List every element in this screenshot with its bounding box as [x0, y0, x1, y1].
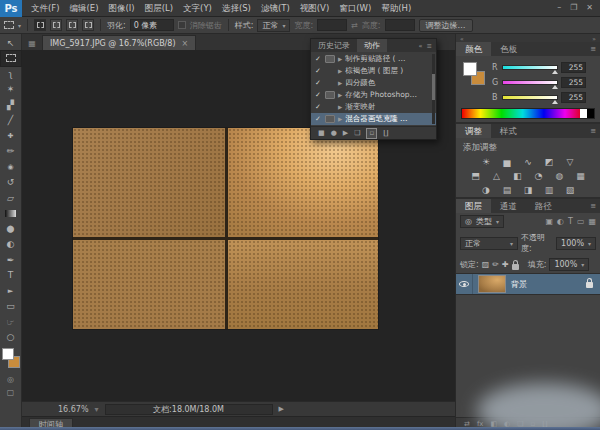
refine-edge-button[interactable]: 调整边缘… [419, 19, 473, 32]
expand-action-icon[interactable]: ▶ [338, 68, 342, 74]
spectrum-white-swatch[interactable] [580, 109, 587, 118]
antialias-checkbox[interactable] [178, 21, 186, 29]
curves-adjustment-icon[interactable]: ∿ [522, 157, 535, 167]
color-lookup-adjustment-icon[interactable]: ▦ [574, 171, 587, 181]
red-channel-slider[interactable] [502, 65, 558, 70]
menu-item-file[interactable]: 文件(F) [26, 0, 65, 16]
quick-selection-tool[interactable]: ✶ [1, 82, 21, 98]
style-select[interactable]: 正常▾ [257, 19, 290, 32]
filter-smart-objects-icon[interactable]: ▦ [588, 217, 596, 226]
layer-thumbnail[interactable] [478, 275, 506, 293]
menu-item-layer[interactable]: 图层(L) [140, 0, 178, 16]
menu-item-type[interactable]: 文字(Y) [178, 0, 217, 16]
status-menu-arrow-icon[interactable]: ▶ [279, 405, 284, 413]
lock-transparency-icon[interactable]: ▨ [482, 260, 490, 269]
dialog-toggle-icon[interactable] [325, 91, 335, 99]
black-white-adjustment-icon[interactable]: ◧ [511, 171, 524, 181]
action-row-selected[interactable]: ✓ ▶ 混合器画笔克隆 … [311, 113, 436, 125]
foreground-color-swatch[interactable] [2, 348, 14, 360]
filter-adjustment-layers-icon[interactable]: ◐ [557, 217, 564, 226]
action-check-icon[interactable]: ✓ [315, 115, 322, 123]
menu-item-select[interactable]: 选择(S) [217, 0, 256, 16]
link-dimensions-icon[interactable]: ⇄ [351, 21, 358, 30]
tool-preset-marquee-icon[interactable] [4, 21, 14, 29]
actions-collapse-icon[interactable]: « [419, 42, 423, 50]
delete-action-icon[interactable]: ∐ [383, 129, 388, 137]
action-row[interactable]: ✓ ▶ 制作剪贴路径 ( … [311, 53, 436, 65]
opacity-select[interactable]: 100% ▾ [556, 237, 596, 250]
hand-tool[interactable]: ☞ [1, 314, 21, 330]
action-check-icon[interactable]: ✓ [315, 55, 322, 63]
dodge-tool[interactable]: ◐ [1, 237, 21, 253]
eraser-tool[interactable]: ▱ [1, 190, 21, 206]
action-row[interactable]: ✓ ▶ 四分颜色 [311, 77, 436, 89]
expand-action-icon[interactable]: ▶ [338, 116, 342, 122]
lasso-tool[interactable]: ʅ [1, 66, 21, 82]
screen-mode-button[interactable]: ▢ [1, 386, 21, 399]
brightness-contrast-adjustment-icon[interactable]: ☀ [480, 157, 493, 167]
menu-item-help[interactable]: 帮助(H) [376, 0, 416, 16]
quick-mask-button[interactable]: ◎ [1, 373, 21, 386]
begin-recording-icon[interactable]: ● [331, 129, 337, 137]
green-slider-handle-icon[interactable] [552, 85, 558, 89]
action-check-icon[interactable]: ✓ [315, 67, 322, 75]
path-selection-tool[interactable]: ► [1, 283, 21, 299]
color-balance-adjustment-icon[interactable]: △ [490, 171, 503, 181]
layer-filter-select[interactable]: ◎ 类型 ▾ [460, 215, 504, 228]
pen-tool[interactable]: ✒ [1, 252, 21, 268]
gradient-map-adjustment-icon[interactable]: ▥ [543, 185, 556, 195]
dialog-toggle-icon[interactable] [325, 115, 335, 123]
filter-pixel-layers-icon[interactable]: ▣ [545, 217, 553, 226]
blend-mode-select[interactable]: 正常 ▾ [460, 237, 518, 250]
blur-tool[interactable]: ⬤ [1, 221, 21, 237]
red-channel-value[interactable]: 255 [561, 62, 586, 73]
green-channel-value[interactable]: 255 [561, 77, 586, 88]
play-selection-icon[interactable]: ▶ [343, 129, 348, 137]
gradient-tool[interactable] [1, 206, 21, 222]
tab-layers[interactable]: 图层 [456, 199, 491, 213]
filter-type-layers-icon[interactable]: T [568, 217, 573, 226]
foreground-color-swatch[interactable] [463, 62, 477, 76]
fill-select[interactable]: 100% ▾ [549, 258, 589, 271]
menu-item-image[interactable]: 图像(I) [104, 0, 140, 16]
clone-stamp-tool[interactable]: ◉ [1, 159, 21, 175]
stop-playing-icon[interactable]: ■ [318, 129, 325, 137]
vibrance-adjustment-icon[interactable]: ▽ [564, 157, 577, 167]
menu-item-filter[interactable]: 滤镜(T) [256, 0, 295, 16]
expand-action-icon[interactable]: ▶ [338, 92, 342, 98]
layer-name[interactable]: 背景 [511, 279, 527, 290]
hue-saturation-adjustment-icon[interactable]: ⬒ [469, 171, 482, 181]
collapse-dock-icon[interactable]: « [460, 35, 464, 42]
close-button[interactable]: ✕ [586, 0, 593, 16]
add-to-selection-button[interactable] [50, 19, 62, 31]
scrollbar-thumb[interactable] [432, 74, 435, 101]
lock-all-icon[interactable] [512, 264, 519, 270]
action-check-icon[interactable]: ✓ [315, 91, 322, 99]
move-tool[interactable]: ↖ [1, 35, 21, 51]
zoom-tool[interactable]: ○ [1, 330, 21, 346]
new-selection-button[interactable] [34, 19, 46, 31]
tab-actions[interactable]: 动作 [357, 39, 387, 52]
action-row[interactable]: ✓ ▶ 存储为 Photoshop… [311, 89, 436, 101]
zoom-level-field[interactable]: 16.67% [58, 405, 89, 414]
exposure-adjustment-icon[interactable]: ◩ [543, 157, 556, 167]
minimize-button[interactable]: – [557, 0, 561, 16]
actions-panel-menu-icon[interactable]: ≡ [427, 42, 432, 50]
subtract-from-selection-button[interactable] [66, 19, 78, 31]
tab-channels[interactable]: 通道 [491, 199, 526, 213]
photo-filter-adjustment-icon[interactable]: ◔ [532, 171, 545, 181]
spectrum-black-swatch[interactable] [587, 109, 594, 118]
document-tab-close-icon[interactable]: × [182, 39, 189, 48]
lock-position-icon[interactable]: ✚ [502, 260, 509, 269]
tab-swatches[interactable]: 色板 [491, 42, 526, 56]
actions-scrollbar[interactable] [432, 54, 435, 124]
green-channel-slider[interactable] [502, 80, 558, 85]
history-brush-tool[interactable]: ↺ [1, 175, 21, 191]
lock-pixels-icon[interactable]: ✏ [492, 260, 499, 269]
action-check-icon[interactable]: ✓ [315, 103, 322, 111]
red-slider-handle-icon[interactable] [552, 70, 558, 74]
rectangular-marquee-tool[interactable] [1, 51, 21, 67]
crop-tool[interactable]: ▞ [1, 97, 21, 113]
layers-panel-menu-icon[interactable]: ≡ [590, 199, 600, 213]
tab-styles[interactable]: 样式 [491, 124, 526, 138]
